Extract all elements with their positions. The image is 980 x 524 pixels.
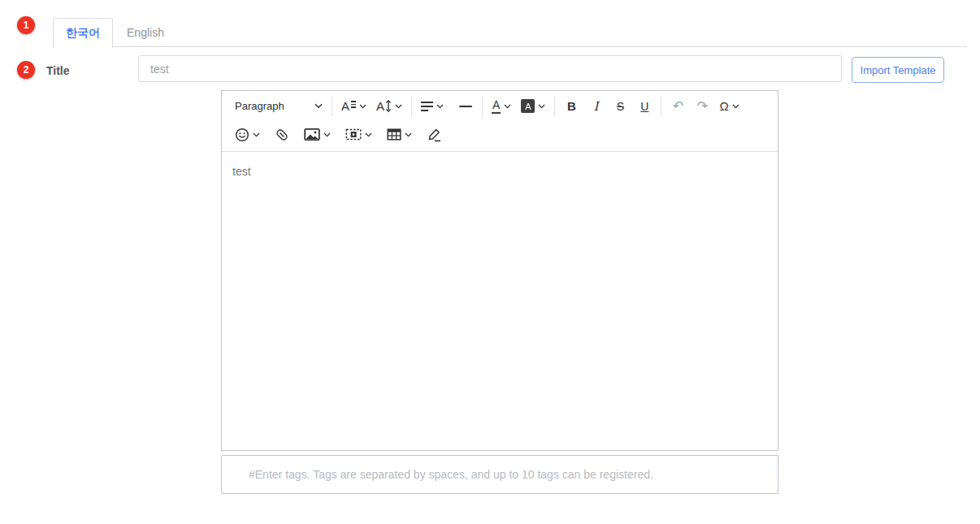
tab-underline (53, 46, 967, 47)
image-icon (304, 128, 320, 141)
link-button[interactable] (272, 123, 292, 145)
italic-button[interactable]: I (586, 95, 605, 117)
redo-button[interactable]: ↷ (692, 95, 712, 117)
tab-korean[interactable]: 한국어 (53, 18, 113, 48)
title-input[interactable] (138, 55, 842, 82)
tab-english[interactable]: English (113, 18, 178, 46)
toolbar-row-1: Paragraph A A (232, 91, 767, 121)
highlight-pen-icon (427, 128, 442, 142)
font-family-button[interactable]: A (339, 95, 369, 117)
toolbar-separator (554, 96, 555, 116)
step-1-badge: 1 (17, 16, 35, 34)
editor-content[interactable]: test (222, 152, 778, 450)
toolbar-separator (411, 96, 412, 116)
media-video-icon (345, 128, 362, 141)
underline-button[interactable]: U (635, 95, 654, 117)
align-left-icon (421, 102, 433, 111)
chevron-down-icon (395, 104, 402, 109)
media-button[interactable] (343, 123, 375, 145)
editor-toolbar: Paragraph A A (222, 91, 778, 152)
toolbar-separator (661, 96, 661, 116)
language-content-form: 1 2 한국어 English Title Import Template Pa… (0, 0, 980, 524)
import-template-button[interactable]: Import Template (852, 57, 944, 83)
font-family-icon: A (341, 100, 356, 112)
chevron-down-icon (732, 104, 739, 109)
image-button[interactable] (301, 123, 333, 145)
editor-paragraph: test (232, 164, 767, 180)
emoji-button[interactable] (232, 123, 262, 145)
chevron-down-icon (323, 132, 331, 137)
chevron-down-icon (314, 103, 323, 109)
font-size-button[interactable]: A (374, 95, 405, 117)
chevron-down-icon (538, 104, 545, 109)
undo-button[interactable]: ↶ (668, 95, 687, 117)
title-label: Title (46, 64, 70, 77)
font-color-button[interactable]: A (489, 95, 514, 117)
paragraph-style-label: Paragraph (235, 100, 284, 112)
chevron-down-icon (253, 132, 260, 137)
font-background-color-button[interactable]: A (518, 95, 548, 117)
rich-text-editor: Paragraph A A (221, 90, 778, 451)
font-background-color-icon: A (521, 99, 535, 113)
horizontal-line-icon (459, 106, 472, 107)
special-characters-button[interactable]: Ω (717, 95, 741, 117)
toolbar-separator (482, 96, 483, 116)
toolbar-row-2 (232, 121, 767, 148)
tab-english-label: English (127, 26, 164, 39)
bold-button[interactable]: B (562, 95, 581, 117)
omega-icon: Ω (719, 99, 728, 113)
chevron-down-icon (405, 132, 412, 137)
highlight-button[interactable] (424, 123, 444, 145)
chevron-down-icon (365, 132, 372, 137)
tags-input[interactable] (221, 455, 778, 494)
horizontal-line-button[interactable] (456, 95, 475, 117)
text-alignment-button[interactable] (418, 95, 446, 117)
table-icon (387, 128, 401, 141)
chevron-down-icon (504, 104, 511, 109)
step-2-badge: 2 (17, 61, 35, 79)
font-color-icon: A (492, 99, 501, 114)
chevron-down-icon (436, 104, 444, 109)
table-button[interactable] (384, 123, 414, 145)
tab-korean-label: 한국어 (66, 26, 100, 41)
paragraph-style-dropdown[interactable]: Paragraph (232, 95, 325, 117)
emoji-smiley-icon (235, 128, 249, 142)
font-size-icon: A (376, 100, 392, 112)
toolbar-separator (332, 96, 332, 116)
link-icon (275, 128, 289, 142)
strikethrough-button[interactable]: S (610, 95, 630, 117)
chevron-down-icon (359, 104, 366, 109)
